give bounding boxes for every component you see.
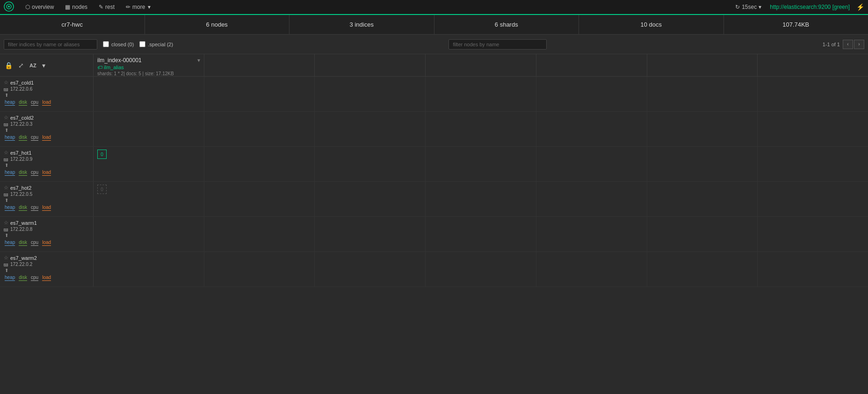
- star-icon-hot1[interactable]: ☆: [4, 150, 8, 156]
- metric-heap[interactable]: heap: [5, 100, 15, 106]
- metric-cpu[interactable]: cpu: [31, 100, 38, 106]
- filter-indices-input[interactable]: [4, 39, 97, 50]
- nav-rest[interactable]: ✎ rest: [93, 0, 120, 14]
- logo[interactable]: [4, 1, 14, 13]
- cluster-url[interactable]: http://elasticsearch:9200 [green]: [770, 4, 850, 10]
- metric-heap-cold2[interactable]: heap: [5, 135, 15, 141]
- metric-disk-cold2[interactable]: disk: [19, 135, 27, 141]
- stats-bar: cr7-hwc 6 nodes 3 indices 6 shards 10 do…: [0, 15, 868, 35]
- node-name-row-hot1: ☆ es7_hot1: [4, 150, 89, 156]
- node-index-cells-warm2: [94, 252, 868, 287]
- special-checkbox-label[interactable]: .special (2): [139, 41, 173, 47]
- metric-cpu-warm2[interactable]: cpu: [31, 275, 38, 281]
- node-index-cells-hot1: 0: [94, 147, 868, 181]
- dropdown-button[interactable]: ▾: [41, 61, 46, 70]
- node-metrics-hot1: heap disk cpu load: [5, 170, 89, 176]
- metric-disk-warm1[interactable]: disk: [19, 240, 27, 246]
- shard-cell-cold1-4: [426, 77, 536, 111]
- metric-load-hot1[interactable]: load: [42, 170, 51, 176]
- shard-value: 0: [101, 152, 103, 157]
- metric-load[interactable]: load: [42, 100, 51, 106]
- stat-docs[interactable]: 10 docs: [579, 15, 724, 34]
- node-row-es7-warm1: ☆ es7_warm1 🖴 172.22.0.8 ⬆ heap disk cpu…: [0, 217, 868, 252]
- index-header-empty-2: [315, 54, 426, 76]
- shard-cell-cold1-3: [315, 77, 426, 111]
- nav-overview-label: overview: [32, 4, 54, 10]
- stat-nodes[interactable]: 6 nodes: [145, 15, 290, 34]
- rest-icon: ✎: [99, 4, 103, 10]
- metric-disk-hot1[interactable]: disk: [19, 170, 27, 176]
- stat-cluster[interactable]: cr7-hwc: [0, 15, 145, 34]
- shard-box-0-dashed[interactable]: 0: [97, 185, 107, 194]
- star-icon-cold2[interactable]: ☆: [4, 115, 8, 121]
- refresh-button[interactable]: ↻ 15sec ▾: [731, 4, 765, 10]
- shard-cell-warm2-7: [758, 252, 868, 287]
- metric-load-hot2[interactable]: load: [42, 205, 51, 211]
- node-ip-text-warm2: 172.22.0.2: [10, 262, 32, 267]
- index-header-empty-5: [647, 54, 758, 76]
- db-icon-warm1: 🖴: [4, 227, 8, 232]
- overview-icon: ⬡: [25, 4, 30, 10]
- metric-disk-hot2[interactable]: disk: [19, 205, 27, 211]
- shard-cell-cold2-6: [647, 112, 758, 146]
- metric-load-warm1[interactable]: load: [42, 240, 51, 246]
- metric-heap-hot2[interactable]: heap: [5, 205, 15, 211]
- node-flag-hot1: ⬆: [5, 163, 89, 168]
- metric-heap-warm1[interactable]: heap: [5, 240, 15, 246]
- shard-box-0-solid[interactable]: 0: [97, 150, 107, 159]
- special-label-text: .special (2): [148, 42, 173, 47]
- index-dropdown-icon[interactable]: ▾: [197, 57, 200, 64]
- metric-heap-warm2[interactable]: heap: [5, 275, 15, 281]
- nav-nodes[interactable]: ▦ nodes: [59, 0, 93, 14]
- more-icon: ✏: [126, 4, 130, 10]
- sort-button[interactable]: AZ: [29, 62, 37, 69]
- metric-load-cold2[interactable]: load: [42, 135, 51, 141]
- node-name-cold2: es7_cold2: [10, 115, 34, 121]
- closed-checkbox[interactable]: [103, 41, 109, 47]
- stat-size[interactable]: 107.74KB: [724, 15, 868, 34]
- metric-disk-warm2[interactable]: disk: [19, 275, 27, 281]
- shard-cell-warm1-1: [94, 217, 204, 251]
- expand-button[interactable]: ⤢: [17, 61, 25, 70]
- shard-cell-warm1-6: [647, 217, 758, 251]
- shard-cell-warm1-4: [426, 217, 536, 251]
- more-dropdown-icon: ▾: [148, 4, 151, 10]
- metric-cpu-hot2[interactable]: cpu: [31, 205, 38, 211]
- metric-cpu-cold2[interactable]: cpu: [31, 135, 38, 141]
- shard-cell-hot2-2: [204, 182, 315, 216]
- stat-nodes-value: 6 nodes: [206, 21, 228, 28]
- prev-page-button[interactable]: ‹: [843, 40, 853, 49]
- node-cell-es7-hot2: ☆ es7_hot2 🖴 172.22.0.5 ⬆ heap disk cpu …: [0, 182, 94, 216]
- metric-cpu-hot1[interactable]: cpu: [31, 170, 38, 176]
- index-header-ilm[interactable]: ilm_index-000001 ▾ 🏷 ilm_alias shards: 1…: [94, 54, 204, 76]
- stat-shards[interactable]: 6 shards: [434, 15, 579, 34]
- metric-load-warm2[interactable]: load: [42, 275, 51, 281]
- node-name-hot1: es7_hot1: [10, 150, 31, 156]
- index-name-text: ilm_index-000001: [97, 57, 142, 64]
- node-row-es7-hot1: ☆ es7_hot1 🖴 172.22.0.9 ⬆ heap disk cpu …: [0, 147, 868, 182]
- lock-button[interactable]: 🔒: [4, 61, 14, 70]
- closed-checkbox-label[interactable]: closed (0): [103, 41, 134, 47]
- nav-overview[interactable]: ⬡ overview: [20, 0, 59, 14]
- pagination-controls: 1-1 of 1 ‹ ›: [823, 40, 864, 49]
- metric-disk[interactable]: disk: [19, 100, 27, 106]
- index-meta: shards: 1 * 2| docs: 5 | size: 17.12KB: [97, 71, 200, 76]
- star-icon-warm2[interactable]: ☆: [4, 255, 8, 261]
- shard-cell-cold2-1: [94, 112, 204, 146]
- next-page-button[interactable]: ›: [854, 40, 864, 49]
- node-row-es7-warm2: ☆ es7_warm2 🖴 172.22.0.2 ⬆ heap disk cpu…: [0, 252, 868, 287]
- stat-indices[interactable]: 3 indices: [289, 15, 434, 34]
- star-icon-hot2[interactable]: ☆: [4, 185, 8, 191]
- metric-cpu-warm1[interactable]: cpu: [31, 240, 38, 246]
- star-icon[interactable]: ☆: [4, 79, 8, 86]
- nav-more[interactable]: ✏ more ▾: [120, 0, 156, 14]
- data-section: ☆ es7_cold1 🖴 172.22.0.6 ⬆ heap disk cpu…: [0, 77, 868, 287]
- node-cell-es7-cold2: ☆ es7_cold2 🖴 172.22.0.3 ⬆ heap disk cpu…: [0, 112, 94, 146]
- node-row-es7-cold2: ☆ es7_cold2 🖴 172.22.0.3 ⬆ heap disk cpu…: [0, 112, 868, 147]
- metric-heap-hot1[interactable]: heap: [5, 170, 15, 176]
- filter-nodes-input[interactable]: [448, 39, 547, 50]
- node-flag: ⬆: [5, 93, 89, 98]
- special-checkbox[interactable]: [139, 41, 145, 47]
- star-icon-warm1[interactable]: ☆: [4, 220, 8, 226]
- nav-items: ⬡ overview ▦ nodes ✎ rest ✏ more ▾: [20, 0, 731, 14]
